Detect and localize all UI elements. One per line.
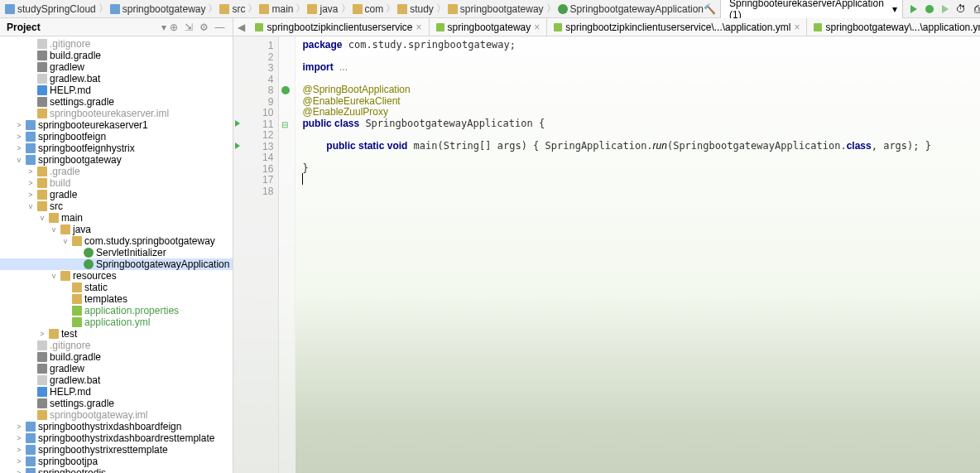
- expand-arrow-icon[interactable]: >: [15, 121, 23, 129]
- tree-node[interactable]: vresources: [0, 270, 233, 282]
- editor-tab[interactable]: springbootzipkinclientuserservice\...\ap…: [547, 18, 807, 36]
- close-icon[interactable]: ×: [794, 22, 800, 33]
- expand-arrow-icon[interactable]: v: [15, 156, 23, 164]
- tree-node[interactable]: vspringbootgateway: [0, 154, 233, 166]
- line-number[interactable]: 18: [233, 186, 278, 197]
- line-number[interactable]: 2: [233, 51, 278, 63]
- tree-node[interactable]: gradlew: [0, 363, 233, 374]
- line-number[interactable]: 16: [233, 163, 278, 175]
- tree-node[interactable]: >springboothystrixdashboardresttemplate: [0, 432, 233, 444]
- code-editor[interactable]: package com.study.springbootgateway; imp…: [295, 36, 980, 473]
- expand-arrow-icon[interactable]: v: [38, 214, 46, 222]
- tree-node[interactable]: settings.gradle: [0, 96, 233, 108]
- tree-node[interactable]: springbooteurekaserver.iml: [0, 108, 233, 119]
- breadcrumb-item[interactable]: springbootgateway〉: [448, 2, 556, 16]
- breadcrumb-item[interactable]: com〉: [353, 2, 396, 16]
- line-number[interactable]: 4: [233, 74, 278, 85]
- tree-node[interactable]: HELP.md: [0, 84, 233, 96]
- tree-node[interactable]: HELP.md: [0, 386, 233, 398]
- tree-node[interactable]: >springbootfeign: [0, 131, 233, 142]
- tree-node[interactable]: springbootgateway.iml: [0, 409, 233, 421]
- line-number[interactable]: 3: [233, 62, 278, 74]
- expand-arrow-icon[interactable]: >: [15, 422, 23, 431]
- tree-node[interactable]: vsrc: [0, 200, 233, 212]
- project-tree[interactable]: .gitignorebuild.gradlegradlewgradlew.bat…: [0, 36, 233, 473]
- tree-node[interactable]: >springboothystrixdashboardfeign: [0, 421, 233, 432]
- bookmark-icon[interactable]: [281, 86, 290, 94]
- tree-node[interactable]: gradlew: [0, 61, 233, 73]
- tree-node[interactable]: >build: [0, 177, 233, 189]
- expand-arrow-icon[interactable]: >: [15, 144, 23, 152]
- expand-arrow-icon[interactable]: v: [50, 272, 58, 280]
- debug-button[interactable]: [924, 3, 934, 15]
- expand-arrow-icon[interactable]: >: [15, 446, 23, 454]
- build-icon[interactable]: 🔨: [704, 3, 715, 15]
- tab-nav-back[interactable]: ◀: [233, 18, 248, 36]
- tree-node[interactable]: >test: [0, 328, 233, 340]
- tree-node[interactable]: templates: [0, 293, 233, 305]
- tree-node[interactable]: .gitignore: [0, 340, 233, 351]
- editor-tab[interactable]: springbootzipkinclientuserservice×: [248, 18, 429, 36]
- select-opened-file-icon[interactable]: ⊕: [170, 22, 181, 33]
- tree-node[interactable]: build.gradle: [0, 351, 233, 363]
- tree-node[interactable]: SpringbootgatewayApplication: [0, 258, 233, 270]
- project-view-dropdown[interactable]: ▾: [161, 22, 166, 33]
- tree-node[interactable]: build.gradle: [0, 50, 233, 61]
- tree-node[interactable]: >springbootjpa: [0, 456, 233, 467]
- close-icon[interactable]: ×: [534, 22, 540, 33]
- tree-node[interactable]: application.yml: [0, 316, 233, 328]
- expand-arrow-icon[interactable]: >: [26, 167, 35, 176]
- attach-button[interactable]: ⎙: [972, 3, 980, 15]
- breadcrumb-item[interactable]: SpringbootgatewayApplication: [558, 3, 704, 15]
- expand-arrow-icon[interactable]: v: [26, 202, 35, 210]
- line-number[interactable]: 14: [233, 152, 278, 163]
- line-number[interactable]: 13: [233, 141, 278, 152]
- tree-node[interactable]: static: [0, 282, 233, 293]
- tree-node[interactable]: vmain: [0, 212, 233, 224]
- line-number[interactable]: 12: [233, 129, 278, 141]
- expand-arrow-icon[interactable]: v: [61, 237, 70, 245]
- tree-node[interactable]: gradlew.bat: [0, 73, 233, 84]
- profile-button[interactable]: ⏱: [956, 3, 967, 15]
- hide-icon[interactable]: —: [214, 22, 226, 33]
- tree-node[interactable]: >gradle: [0, 189, 233, 200]
- tree-node[interactable]: vjava: [0, 224, 233, 235]
- tree-node[interactable]: >springbootfeignhystrix: [0, 142, 233, 154]
- expand-arrow-icon[interactable]: >: [26, 191, 35, 199]
- settings-icon[interactable]: ⚙: [199, 22, 211, 33]
- tree-node[interactable]: application.properties: [0, 305, 233, 316]
- line-number[interactable]: 10: [233, 107, 278, 118]
- breadcrumb-item[interactable]: springbootgateway〉: [110, 2, 219, 16]
- expand-arrow-icon[interactable]: >: [26, 179, 35, 187]
- collapse-icon[interactable]: ⊟: [281, 120, 290, 128]
- expand-all-icon[interactable]: ⇲: [185, 22, 196, 33]
- editor-tab[interactable]: springbootgateway\...\application.yml×: [807, 18, 980, 36]
- tree-node[interactable]: gradlew.bat: [0, 374, 233, 386]
- tree-node[interactable]: settings.gradle: [0, 398, 233, 409]
- expand-arrow-icon[interactable]: >: [15, 469, 23, 473]
- run-gutter-icon[interactable]: [235, 120, 240, 127]
- run-coverage-button[interactable]: [939, 3, 950, 15]
- tree-node[interactable]: vcom.study.springbootgateway: [0, 235, 233, 247]
- breadcrumb-item[interactable]: main〉: [259, 2, 305, 16]
- tree-node[interactable]: >.gradle: [0, 166, 233, 177]
- run-button[interactable]: [908, 3, 919, 15]
- line-number[interactable]: 11: [233, 118, 278, 130]
- tree-node[interactable]: .gitignore: [0, 38, 233, 50]
- editor-tab[interactable]: springbootgateway×: [430, 18, 548, 36]
- expand-arrow-icon[interactable]: >: [15, 434, 23, 442]
- line-number[interactable]: 17: [233, 174, 278, 186]
- breadcrumb-item[interactable]: studySpringCloud〉: [5, 2, 108, 16]
- line-number[interactable]: 1: [233, 40, 278, 51]
- tree-node[interactable]: >springbootredis: [0, 467, 233, 473]
- run-gutter-icon[interactable]: [235, 142, 240, 149]
- line-number[interactable]: 9: [233, 96, 278, 108]
- tree-node[interactable]: >springbooteurekaserver1: [0, 119, 233, 131]
- tree-node[interactable]: >springboothystrixresttemplate: [0, 444, 233, 456]
- line-number[interactable]: 8: [233, 84, 278, 96]
- breadcrumb-item[interactable]: java〉: [307, 2, 350, 16]
- expand-arrow-icon[interactable]: v: [50, 225, 58, 234]
- expand-arrow-icon[interactable]: >: [38, 330, 46, 338]
- breadcrumb-item[interactable]: src〉: [219, 2, 257, 16]
- breadcrumb-item[interactable]: study〉: [397, 2, 446, 16]
